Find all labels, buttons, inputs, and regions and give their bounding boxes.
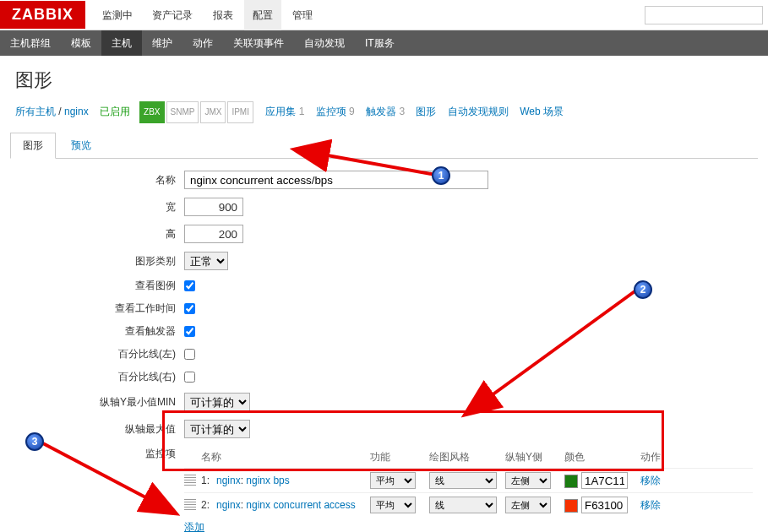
count-items: 9 (349, 106, 355, 117)
link-graphs[interactable]: 图形 (416, 106, 436, 117)
select-ymax[interactable]: 可计算的 (184, 420, 250, 438)
search-box (645, 6, 763, 24)
link-add-item[interactable]: 添加 (184, 520, 204, 532)
col-name: 名称 (201, 450, 370, 464)
link-remove-item[interactable]: 移除 (640, 475, 661, 486)
drag-handle-icon[interactable] (184, 475, 196, 486)
input-height[interactable] (184, 225, 243, 243)
input-item-color[interactable] (581, 472, 628, 489)
nav-administration[interactable]: 管理 (284, 0, 321, 30)
col-func: 功能 (370, 450, 429, 464)
col-style: 绘图风格 (429, 450, 505, 464)
items-header: 名称 功能 绘图风格 纵轴Y侧 颜色 动作 (201, 447, 753, 468)
badge-jmx: JMX (200, 101, 226, 123)
input-item-color[interactable] (581, 497, 628, 513)
item-row: 2: nginx: nginx concurrent access 平均 线 左… (184, 492, 753, 517)
link-items[interactable]: 监控项 (316, 106, 346, 117)
label-ymin: 纵轴Y最小值MIN (15, 395, 176, 410)
label-show-worktime: 查看工作时间 (15, 301, 176, 316)
select-item-func[interactable]: 平均 (370, 472, 416, 489)
top-bar: ZABBIX 监测中 资产记录 报表 配置 管理 (0, 0, 768, 30)
status-enabled: 已启用 (100, 106, 130, 117)
select-graph-type[interactable]: 正常 (184, 252, 228, 270)
label-percent-right: 百分比线(右) (15, 370, 176, 384)
subnav-hostgroups[interactable]: 主机群组 (0, 30, 61, 56)
subnav-maintenance[interactable]: 维护 (142, 30, 182, 56)
label-height: 高 (15, 227, 176, 242)
breadcrumb-sep: / (58, 106, 64, 117)
top-nav: 监测中 资产记录 报表 配置 管理 (94, 0, 321, 30)
input-name[interactable] (184, 171, 488, 189)
badge-ipmi: IPMI (227, 101, 253, 123)
item-name-link[interactable]: nginx concurrent access (246, 499, 355, 511)
select-item-style[interactable]: 线 (429, 472, 497, 489)
link-discovery[interactable]: 自动发现规则 (448, 106, 509, 117)
nav-reports[interactable]: 报表 (204, 0, 242, 30)
link-web[interactable]: Web 场景 (520, 106, 564, 117)
label-width: 宽 (15, 200, 176, 214)
link-remove-item[interactable]: 移除 (640, 499, 661, 511)
link-applications[interactable]: 应用集 (265, 106, 296, 117)
subnav-hosts[interactable]: 主机 (101, 30, 142, 56)
select-item-axis[interactable]: 左侧 (505, 497, 551, 513)
page-title: 图形 (0, 56, 768, 101)
checkbox-show-worktime[interactable] (184, 303, 195, 314)
item-host-link[interactable]: nginx (216, 475, 241, 486)
select-item-style[interactable]: 线 (429, 497, 497, 513)
color-swatch[interactable] (564, 475, 578, 488)
label-percent-left: 百分比线(左) (15, 347, 176, 361)
label-ymax: 纵轴最大值 (15, 422, 176, 437)
graph-form: 名称 宽 高 图形类别 正常 查看图例 查看工作时间 查看触发器 百分比线(左)… (0, 159, 768, 532)
subnav-discovery[interactable]: 自动发现 (294, 30, 355, 56)
nav-configuration[interactable]: 配置 (244, 0, 281, 30)
breadcrumb-host[interactable]: nginx (64, 106, 89, 117)
item-host-link[interactable]: nginx (216, 499, 241, 511)
col-action: 动作 (640, 450, 691, 464)
subnav-correlation[interactable]: 关联项事件 (223, 30, 294, 56)
nav-inventory[interactable]: 资产记录 (144, 0, 201, 30)
host-info-row: 所有主机 / nginx 已启用 ZBXSNMPJMXIPMI 应用集 1 监控… (0, 101, 768, 132)
label-items: 监控项 (15, 447, 176, 461)
item-index: 1: (201, 475, 216, 486)
item-name-link[interactable]: nginx bps (246, 475, 289, 486)
select-item-func[interactable]: 平均 (370, 497, 416, 513)
subnav-templates[interactable]: 模板 (61, 30, 101, 56)
count-triggers: 3 (399, 106, 405, 117)
link-triggers[interactable]: 触发器 (366, 106, 396, 117)
label-show-legend: 查看图例 (15, 279, 176, 293)
item-row: 1: nginx: nginx bps 平均 线 左侧 移除 (184, 468, 753, 492)
col-color: 颜色 (564, 450, 640, 464)
breadcrumb-all-hosts[interactable]: 所有主机 (15, 106, 56, 117)
label-name: 名称 (15, 173, 176, 187)
checkbox-show-triggers[interactable] (184, 326, 195, 337)
checkbox-show-legend[interactable] (184, 280, 195, 291)
sub-nav: 主机群组 模板 主机 维护 动作 关联项事件 自动发现 IT服务 (0, 30, 768, 56)
tab-preview[interactable]: 预览 (58, 133, 104, 158)
nav-monitoring[interactable]: 监测中 (94, 0, 141, 30)
badge-zbx: ZBX (139, 101, 164, 123)
checkbox-percent-left[interactable] (184, 349, 195, 360)
tabs: 图形 预览 (10, 132, 758, 159)
subnav-actions[interactable]: 动作 (182, 30, 223, 56)
input-width[interactable] (184, 198, 243, 216)
subnav-itservices[interactable]: IT服务 (355, 30, 405, 56)
tab-graph[interactable]: 图形 (10, 133, 56, 159)
drag-handle-icon[interactable] (184, 499, 196, 511)
count-applications: 1 (299, 106, 305, 117)
search-input[interactable] (645, 6, 763, 24)
checkbox-percent-right[interactable] (184, 372, 195, 383)
col-axis: 纵轴Y侧 (505, 450, 564, 464)
select-item-axis[interactable]: 左侧 (505, 472, 551, 489)
select-ymin[interactable]: 可计算的 (184, 393, 250, 411)
label-show-triggers: 查看触发器 (15, 324, 176, 339)
item-index: 2: (201, 499, 216, 511)
logo[interactable]: ZABBIX (0, 1, 85, 29)
badge-snmp: SNMP (166, 101, 199, 123)
label-graph-type: 图形类别 (15, 254, 176, 269)
color-swatch[interactable] (564, 499, 578, 513)
